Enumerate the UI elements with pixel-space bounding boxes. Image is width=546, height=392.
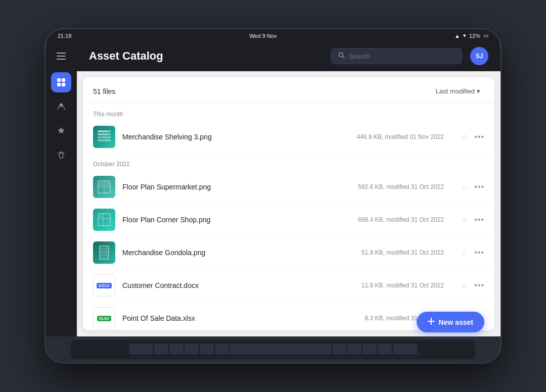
sidebar-item-users[interactable] bbox=[51, 96, 71, 117]
sort-label: Last modified bbox=[436, 87, 475, 95]
star-button[interactable]: ☆ bbox=[461, 281, 468, 290]
file-list-header: 51 files Last modified ▾ bbox=[83, 77, 494, 104]
chevron-down-icon: ▾ bbox=[477, 87, 480, 95]
svg-rect-12 bbox=[102, 131, 104, 132]
sidebar-item-assets[interactable] bbox=[51, 72, 71, 92]
more-button[interactable]: ••• bbox=[474, 215, 484, 224]
key bbox=[393, 344, 417, 356]
more-button[interactable]: ••• bbox=[474, 132, 484, 141]
svg-rect-21 bbox=[105, 182, 109, 186]
key bbox=[129, 344, 153, 356]
table-row[interactable]: Merchandise Gondola.png 51.9 KB, modifie… bbox=[83, 236, 494, 269]
status-bar: 21:18 Wed 9 Nov ▲ ▾ 12% ▭ bbox=[46, 29, 500, 41]
key bbox=[200, 344, 214, 356]
file-meta: 446.9 KB, modified 01 Nov 2022 bbox=[333, 133, 454, 140]
svg-rect-2 bbox=[57, 83, 61, 86]
header: Asset Catalog SJ bbox=[77, 41, 500, 71]
status-indicators: ▲ ▾ 12% ▭ bbox=[454, 32, 488, 39]
more-button[interactable]: ••• bbox=[474, 248, 484, 257]
avatar[interactable]: SJ bbox=[470, 47, 488, 65]
star-button[interactable]: ☆ bbox=[461, 248, 468, 258]
page-title: Asset Catalog bbox=[89, 50, 323, 63]
file-thumbnail bbox=[93, 126, 115, 148]
file-actions: ☆ ••• bbox=[461, 215, 484, 225]
main-content: Asset Catalog SJ bbox=[77, 41, 500, 336]
table-row[interactable]: Floor Plan Corner Shop.png 698.4 KB, mod… bbox=[83, 204, 494, 236]
file-meta: 592.6 KB, modified 31 Oct 2022 bbox=[333, 183, 454, 190]
file-count: 51 files bbox=[93, 87, 115, 95]
section-october-2022: October 2022 bbox=[83, 154, 494, 171]
menu-button[interactable] bbox=[52, 47, 70, 65]
file-thumbnail: DOCX bbox=[93, 274, 115, 297]
file-list-area: 51 files Last modified ▾ This month bbox=[83, 77, 494, 330]
svg-rect-1 bbox=[62, 78, 65, 82]
file-actions: ☆ ••• bbox=[461, 182, 484, 192]
svg-line-6 bbox=[343, 57, 345, 59]
file-name: Floor Plan Supermarket.png bbox=[122, 183, 326, 191]
svg-rect-0 bbox=[57, 78, 61, 82]
battery-text: 12% bbox=[469, 33, 480, 39]
svg-rect-10 bbox=[98, 139, 111, 141]
signal-icon: ▲ bbox=[454, 33, 460, 39]
svg-rect-14 bbox=[99, 134, 101, 135]
file-meta: 698.4 KB, modified 31 Oct 2022 bbox=[333, 216, 454, 223]
file-thumbnail: XLSX bbox=[93, 307, 115, 329]
table-row[interactable]: Merchandise Shelving 3.png 446.9 KB, mod… bbox=[83, 121, 494, 154]
star-button[interactable]: ☆ bbox=[461, 132, 468, 142]
table-row[interactable]: Floor Plan Supermarket.png 592.6 KB, mod… bbox=[83, 171, 494, 204]
search-bar[interactable] bbox=[331, 48, 462, 64]
file-thumbnail bbox=[93, 176, 115, 198]
table-row[interactable]: DOCX Customer Contract.docx 11.8 KB, mod… bbox=[83, 269, 494, 302]
search-icon bbox=[338, 52, 345, 60]
plus-icon bbox=[428, 318, 435, 326]
docx-badge: DOCX bbox=[97, 283, 111, 288]
xlsx-badge: XLSX bbox=[97, 316, 111, 321]
more-button[interactable]: ••• bbox=[474, 281, 484, 290]
keyboard-bar bbox=[71, 340, 475, 359]
svg-rect-25 bbox=[99, 215, 102, 218]
file-meta: 11.8 KB, modified 31 Oct 2022 bbox=[333, 282, 454, 289]
new-asset-button[interactable]: New asset bbox=[417, 312, 484, 332]
file-name: Point Of Sale Data.xlsx bbox=[122, 314, 326, 322]
svg-rect-9 bbox=[98, 136, 111, 138]
new-asset-label: New asset bbox=[439, 318, 473, 326]
section-this-month: This month bbox=[83, 104, 494, 121]
svg-rect-13 bbox=[105, 131, 107, 132]
file-name: Floor Plan Corner Shop.png bbox=[122, 216, 326, 224]
key bbox=[362, 344, 377, 356]
key bbox=[378, 344, 392, 356]
sidebar-item-favorites[interactable] bbox=[51, 121, 71, 141]
battery-icon: ▭ bbox=[483, 32, 488, 39]
svg-point-5 bbox=[339, 53, 343, 57]
file-thumbnail bbox=[93, 241, 115, 264]
star-button[interactable]: ☆ bbox=[461, 182, 468, 192]
key bbox=[185, 344, 199, 356]
search-input[interactable] bbox=[349, 53, 454, 60]
svg-rect-20 bbox=[99, 182, 103, 186]
file-name: Merchandise Shelving 3.png bbox=[122, 133, 326, 141]
svg-rect-3 bbox=[62, 83, 65, 86]
sort-button[interactable]: Last modified ▾ bbox=[432, 85, 484, 97]
key-space bbox=[230, 344, 331, 356]
more-button[interactable]: ••• bbox=[474, 182, 484, 191]
keyboard-area bbox=[46, 336, 500, 363]
sidebar bbox=[46, 41, 77, 336]
key bbox=[154, 344, 168, 356]
file-name: Merchandise Gondola.png bbox=[122, 249, 326, 257]
wifi-icon: ▾ bbox=[463, 32, 466, 39]
status-date: Wed 9 Nov bbox=[249, 33, 277, 39]
key bbox=[215, 344, 229, 356]
svg-rect-26 bbox=[100, 246, 109, 259]
star-button[interactable]: ☆ bbox=[461, 215, 468, 225]
file-actions: ☆ ••• bbox=[461, 132, 484, 142]
file-thumbnail bbox=[93, 209, 115, 231]
svg-rect-16 bbox=[105, 134, 107, 135]
svg-rect-11 bbox=[99, 131, 101, 132]
key bbox=[347, 344, 361, 356]
svg-rect-15 bbox=[102, 134, 104, 135]
key bbox=[332, 344, 346, 356]
file-name: Customer Contract.docx bbox=[122, 281, 326, 289]
file-actions: ☆ ••• bbox=[461, 248, 484, 258]
sidebar-item-trash[interactable] bbox=[51, 145, 71, 165]
file-meta: 51.9 KB, modified 31 Oct 2022 bbox=[333, 249, 454, 256]
